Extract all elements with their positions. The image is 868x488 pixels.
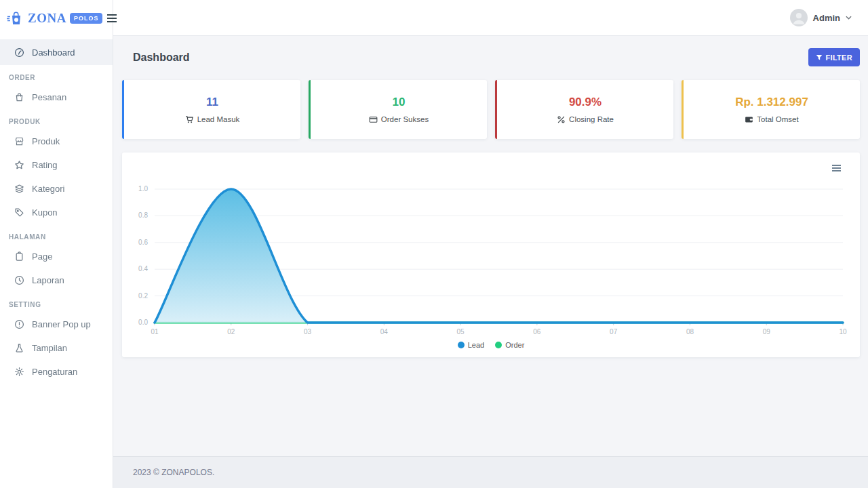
stat-card: 10Order Sukses: [309, 80, 487, 139]
dashboard-icon: [14, 47, 24, 58]
sidebar-toggle-menu-icon[interactable]: [106, 10, 118, 26]
nav-section-label: SETTING: [0, 292, 113, 312]
sidebar-item-rating[interactable]: Rating: [0, 153, 113, 177]
svg-text:0.8: 0.8: [138, 211, 148, 219]
legend-dot: [495, 342, 502, 348]
sidebar-item-kategori[interactable]: Kategori: [0, 177, 113, 201]
footer: 2023 © ZONAPOLOS.: [113, 456, 868, 488]
sidebar-item-label: Laporan: [32, 275, 64, 285]
nav-section-label: HALAMAN: [0, 224, 113, 245]
sidebar-item-dashboard[interactable]: Dashboard: [0, 39, 113, 65]
stat-value: 11: [206, 96, 218, 109]
stat-label-text: Total Omset: [757, 115, 798, 123]
svg-text:0.6: 0.6: [138, 239, 148, 246]
clipboard-icon: [14, 251, 24, 262]
stat-label: Total Omset: [745, 115, 798, 124]
legend-dot: [458, 342, 465, 348]
stat-cards-row: 11Lead Masuk10Order Sukses90.9%Closing R…: [122, 80, 860, 139]
svg-text:07: 07: [610, 328, 618, 336]
wallet-icon: [745, 115, 753, 124]
info-circle-icon: [14, 319, 24, 329]
cart-icon: [185, 115, 194, 124]
legend-item-order[interactable]: Order: [495, 341, 524, 349]
user-menu[interactable]: Admin: [790, 9, 852, 26]
legend-label: Order: [505, 341, 524, 349]
stat-value: 90.9%: [569, 96, 601, 109]
star-icon: [14, 160, 24, 170]
svg-text:05: 05: [457, 328, 465, 336]
sidebar-item-label: Page: [32, 251, 52, 262]
brand-badge: POLOS: [70, 13, 103, 24]
shopping-bag-logo-icon: [7, 11, 24, 26]
sidebar-item-laporan[interactable]: Laporan: [0, 268, 113, 292]
credit-card-icon: [369, 115, 378, 124]
flask-icon: [14, 343, 24, 353]
stat-label-text: Order Sukses: [381, 115, 429, 123]
stat-card: 11Lead Masuk: [122, 80, 300, 139]
shopping-bag-icon: [14, 92, 24, 102]
nav-section-label: PRODUK: [0, 109, 113, 129]
page-title: Dashboard: [133, 52, 190, 64]
filter-button[interactable]: FILTER: [808, 48, 860, 66]
sidebar-item-kupon[interactable]: Kupon: [0, 201, 113, 224]
clock-icon: [14, 275, 24, 285]
layers-icon: [14, 184, 24, 194]
sidebar-item-pengaturan[interactable]: Pengaturan: [0, 360, 113, 384]
topbar: Admin: [113, 0, 868, 36]
user-name: Admin: [813, 13, 840, 23]
percent-icon: [557, 115, 566, 124]
sidebar: ZONA POLOS DashboardORDERPesananPRODUKPr…: [0, 0, 113, 488]
stat-label: Lead Masuk: [185, 115, 240, 124]
gear-icon: [14, 367, 24, 377]
svg-text:04: 04: [380, 328, 389, 336]
tag-icon: [14, 207, 24, 218]
chevron-down-icon: [846, 16, 852, 20]
stat-label-text: Lead Masuk: [197, 115, 240, 123]
sidebar-item-label: Tampilan: [32, 343, 67, 353]
chart-legend: LeadOrder: [122, 341, 860, 349]
stat-card: Rp. 1.312.997Total Omset: [682, 80, 860, 139]
sidebar-item-banner-pop-up[interactable]: Banner Pop up: [0, 312, 113, 336]
svg-text:06: 06: [533, 328, 541, 336]
sidebar-item-pesanan[interactable]: Pesanan: [0, 85, 113, 109]
stat-label-text: Closing Rate: [569, 115, 614, 123]
legend-label: Lead: [468, 341, 484, 349]
sidebar-item-label: Banner Pop up: [32, 319, 91, 329]
sidebar-nav: DashboardORDERPesananPRODUKProdukRatingK…: [0, 36, 113, 384]
sidebar-item-label: Rating: [32, 160, 58, 170]
brand-logo[interactable]: ZONA POLOS: [0, 0, 113, 36]
stat-label: Order Sukses: [369, 115, 429, 124]
svg-text:0.4: 0.4: [138, 265, 148, 272]
svg-text:03: 03: [304, 328, 312, 336]
nav-section-label: ORDER: [0, 65, 113, 85]
chart-menu-icon[interactable]: [832, 163, 841, 173]
sidebar-item-label: Pesanan: [32, 92, 66, 102]
svg-text:0.2: 0.2: [138, 292, 148, 300]
svg-text:09: 09: [763, 328, 771, 336]
sidebar-item-page[interactable]: Page: [0, 245, 113, 268]
legend-item-lead[interactable]: Lead: [458, 341, 484, 349]
svg-text:01: 01: [151, 328, 159, 336]
sidebar-item-label: Kupon: [32, 207, 58, 218]
svg-text:02: 02: [227, 328, 235, 336]
svg-text:10: 10: [839, 328, 847, 336]
sidebar-item-label: Produk: [32, 136, 60, 146]
footer-text: 2023 © ZONAPOLOS.: [133, 468, 214, 477]
funnel-icon: [816, 54, 823, 61]
sidebar-item-tampilan[interactable]: Tampilan: [0, 336, 113, 360]
svg-text:0.0: 0.0: [138, 319, 148, 326]
sidebar-item-label: Kategori: [32, 184, 64, 194]
store-icon: [14, 136, 24, 146]
svg-text:1.0: 1.0: [138, 185, 148, 192]
sidebar-item-produk[interactable]: Produk: [0, 129, 113, 153]
chart-card: 0.00.20.40.60.81.001020304050607080910 L…: [122, 152, 860, 357]
stat-value: Rp. 1.312.997: [735, 96, 808, 109]
sidebar-item-label: Dashboard: [32, 47, 75, 58]
stat-value: 10: [393, 96, 406, 109]
svg-text:08: 08: [686, 328, 694, 336]
brand-name: ZONA: [28, 11, 66, 26]
content: Dashboard FILTER 11Lead Masuk10Order Suk…: [113, 36, 868, 456]
stat-label: Closing Rate: [557, 115, 614, 124]
stat-card: 90.9%Closing Rate: [495, 80, 673, 139]
area-chart: 0.00.20.40.60.81.001020304050607080910: [122, 159, 860, 340]
